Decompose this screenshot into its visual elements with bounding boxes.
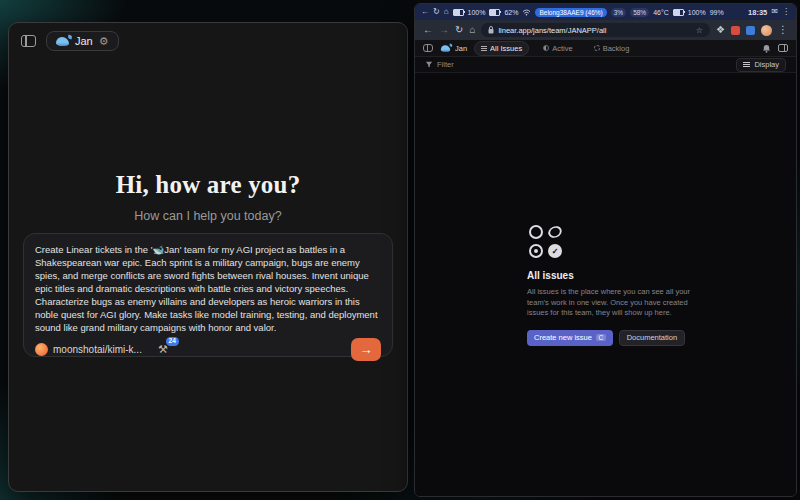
tab-all-issues-label: All Issues [490, 44, 522, 53]
battery-percent-3: 100% [688, 9, 706, 16]
send-arrow-icon: → [360, 342, 373, 357]
send-button[interactable]: → [351, 338, 381, 361]
filter-button[interactable]: Filter [437, 60, 454, 69]
back-button[interactable]: ← [423, 25, 433, 35]
status-home-icon: ⌂ [444, 8, 449, 16]
create-new-issue-button[interactable]: Create new issue C [527, 330, 613, 346]
chat-topbar: Jan ⚙ [9, 23, 407, 59]
tab-backlog-label: Backlog [603, 44, 630, 53]
linear-team: Jan [440, 44, 467, 53]
linear-header: Jan All Issues Active Backlog [415, 40, 796, 57]
browser-menu-kebab-icon[interactable]: ⋮ [778, 25, 788, 35]
bookmark-star-icon[interactable]: ☆ [696, 26, 703, 35]
empty-state-description: All issues is the place where you can se… [527, 287, 705, 319]
check-glyph: ✓ [552, 247, 559, 256]
url-text: linear.app/jans/team/JANAPP/all [498, 26, 691, 35]
documentation-button[interactable]: Documentation [619, 330, 685, 346]
shortcut-key-badge: C [596, 334, 606, 341]
todo-circle-icon [529, 225, 543, 239]
status-badge-1: 3% [611, 8, 626, 17]
browser-window: ← ↻ ⌂ 100% 62% Belong38AAE9 (46%) 3% 58%… [414, 3, 797, 497]
filter-funnel-icon [425, 61, 433, 68]
sidebar-toggle-icon[interactable] [21, 35, 36, 47]
display-button[interactable]: Display [736, 58, 786, 72]
battery-percent-1: 100% [468, 9, 486, 16]
issues-canvas: ✓ All issues All issues is the place whe… [415, 73, 796, 496]
battery-icon-2 [489, 9, 500, 16]
greeting-block: Hi, how are you? How can I help you toda… [9, 171, 407, 223]
active-icon [543, 45, 549, 51]
temperature-value: 46°C [653, 9, 669, 16]
battery-icon [453, 9, 464, 16]
whale-icon [56, 37, 69, 46]
linear-whale-icon [441, 45, 450, 51]
team-name: Jan [75, 35, 93, 47]
clock: 18:35 [748, 8, 767, 17]
browser-toolbar: ← → ↻ ⌂ linear.app/jans/team/JANAPP/all … [415, 20, 796, 40]
tab-active-label: Active [552, 44, 572, 53]
documentation-label: Documentation [627, 333, 677, 342]
extension-blue-icon[interactable] [746, 26, 755, 35]
tab-all-issues[interactable]: All Issues [474, 41, 529, 56]
wifi-icon [522, 9, 531, 16]
empty-state-buttons: Create new issue C Documentation [527, 330, 705, 346]
empty-state-title: All issues [527, 270, 705, 281]
extension-red-icon[interactable] [731, 26, 740, 35]
empty-state: ✓ All issues All issues is the place whe… [527, 225, 705, 346]
status-percent-4: 99% [710, 9, 724, 16]
home-button[interactable]: ⌂ [469, 25, 475, 35]
issue-status-icons: ✓ [529, 225, 577, 258]
lock-icon [488, 26, 494, 34]
greeting-title: Hi, how are you? [9, 171, 407, 199]
team-selector-chip[interactable]: Jan ⚙ [46, 31, 119, 51]
linear-sidebar-toggle-icon[interactable] [423, 44, 433, 52]
tools-button[interactable]: ⚒ 24 [158, 344, 168, 355]
create-new-issue-label: Create new issue [534, 333, 592, 342]
linear-filter-bar: Filter Display [415, 57, 796, 73]
composer-input[interactable]: Create Linear tickets in the '🐋Jan' team… [35, 243, 381, 334]
model-selector[interactable]: moonshotai/kimi-k... [35, 343, 142, 356]
message-composer[interactable]: Create Linear tickets in the '🐋Jan' team… [23, 233, 393, 357]
network-badge: Belong38AAE9 (46%) [535, 8, 606, 17]
tab-active[interactable]: Active [536, 41, 579, 56]
battery-percent-2: 62% [504, 9, 518, 16]
tab-backlog[interactable]: Backlog [587, 41, 637, 56]
refresh-button[interactable]: ↻ [455, 25, 463, 35]
composer-toolbar: moonshotai/kimi-k... ⚒ 24 → [35, 338, 381, 361]
backlog-circle-icon [529, 244, 543, 258]
system-status-bar: ← ↻ ⌂ 100% 62% Belong38AAE9 (46%) 3% 58%… [415, 4, 796, 20]
done-check-icon: ✓ [548, 244, 562, 258]
notifications-bell-icon[interactable] [762, 44, 771, 53]
model-name: moonshotai/kimi-k... [53, 344, 142, 355]
jan-chat-window: Jan ⚙ Hi, how are you? How can I help yo… [8, 22, 408, 492]
tools-icon: ⚒ [158, 343, 168, 355]
address-bar[interactable]: linear.app/jans/team/JANAPP/all ☆ [481, 23, 710, 37]
battery-icon-3 [673, 9, 684, 16]
status-refresh-icon: ↻ [433, 8, 440, 16]
status-overflow-icon: ⋮ [782, 8, 790, 16]
linear-header-right [762, 44, 788, 53]
display-button-label: Display [754, 60, 779, 69]
forward-button[interactable]: → [439, 25, 449, 35]
profile-avatar[interactable] [761, 25, 772, 36]
status-badge-2: 58% [630, 8, 649, 17]
tools-count-badge: 24 [166, 337, 179, 346]
greeting-subtitle: How can I help you today? [9, 209, 407, 223]
linear-team-name: Jan [455, 44, 467, 53]
all-issues-icon [481, 46, 487, 51]
gear-icon[interactable]: ⚙ [99, 36, 109, 47]
mail-icon: ✉ [771, 8, 778, 16]
extensions-icon[interactable]: ❖ [716, 25, 725, 35]
backlog-icon [594, 45, 600, 51]
display-sliders-icon [743, 64, 750, 65]
status-back-icon: ← [421, 8, 429, 16]
layout-panel-icon[interactable] [778, 44, 788, 52]
model-logo-icon [35, 343, 48, 356]
in-progress-circle-icon [546, 224, 563, 240]
